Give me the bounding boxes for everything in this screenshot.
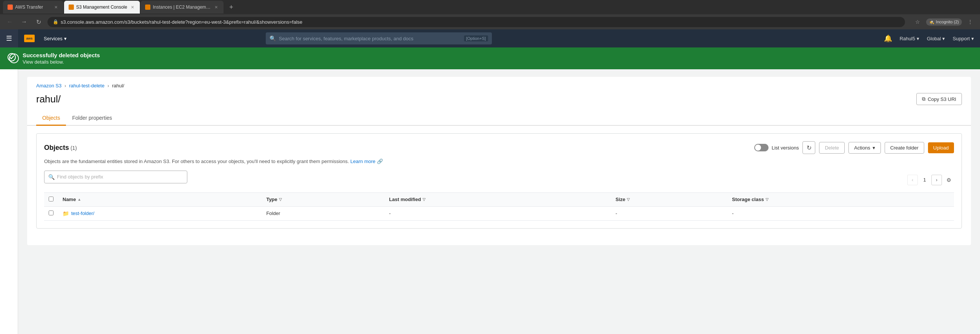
learn-more-link[interactable]: Learn more 🔗 xyxy=(350,158,383,164)
size-filter-icon: ▽ xyxy=(627,197,630,201)
create-folder-button[interactable]: Create folder xyxy=(885,142,924,154)
objects-count: (1) xyxy=(70,145,77,151)
star-button[interactable]: ☆ xyxy=(913,17,923,27)
breadcrumb-bucket[interactable]: rahul-test-delete xyxy=(69,83,104,89)
prev-page-button[interactable]: ‹ xyxy=(907,175,918,185)
breadcrumb-amazon-s3[interactable]: Amazon S3 xyxy=(36,83,61,89)
storage-class-filter-icon: ▽ xyxy=(765,197,768,201)
tab-folder-properties[interactable]: Folder properties xyxy=(66,111,118,126)
support-button[interactable]: Support ▾ xyxy=(953,36,974,41)
breadcrumb-section: Amazon S3 › rahul-test-delete › rahul/ xyxy=(27,77,971,89)
tab1-favicon xyxy=(8,5,13,10)
tab3-label: Instances | EC2 Management C... xyxy=(153,5,211,10)
sidebar xyxy=(0,69,18,334)
last-modified-filter[interactable]: Last modified ▽ xyxy=(389,196,426,202)
storage-class-filter[interactable]: Storage class ▽ xyxy=(732,196,768,202)
forward-button[interactable]: → xyxy=(19,17,29,27)
region-button[interactable]: Global ▾ xyxy=(927,36,945,41)
breadcrumb-current: rahul/ xyxy=(112,83,124,89)
row-type-cell: Folder xyxy=(262,206,385,220)
row-checkbox[interactable] xyxy=(49,211,54,215)
notification-bell-icon[interactable]: 🔔 xyxy=(884,34,892,43)
breadcrumb: Amazon S3 › rahul-test-delete › rahul/ xyxy=(36,83,962,89)
user-label: Rahul5 xyxy=(900,36,915,41)
user-menu-button[interactable]: Rahul5 ▾ xyxy=(900,36,919,41)
page-wrapper: Amazon S3 › rahul-test-delete › rahul/ r… xyxy=(0,69,980,334)
table-body: 📁 test-folder/ Folder - - - xyxy=(44,206,954,220)
hamburger-menu[interactable]: ☰ xyxy=(0,29,18,47)
copy-s3-uri-button[interactable]: ⧉ Copy S3 URI xyxy=(916,93,962,105)
last-modified-filter-icon: ▽ xyxy=(423,197,426,201)
tab1-label: AWS Transfer xyxy=(15,5,51,10)
table-header: Name ▲ Type ▽ xyxy=(44,192,954,206)
refresh-button[interactable]: ↻ xyxy=(802,141,815,154)
back-button[interactable]: ← xyxy=(5,17,15,27)
tab1-close[interactable]: ✕ xyxy=(53,4,59,10)
success-subtitle: View details below. xyxy=(22,59,64,65)
main-content: Amazon S3 › rahul-test-delete › rahul/ r… xyxy=(18,69,980,334)
row-last-modified-cell: - xyxy=(385,206,611,220)
url-bar[interactable]: 🔒 s3.console.aws.amazon.com/s3/buckets/r… xyxy=(48,17,905,27)
services-label: Services xyxy=(44,36,62,41)
objects-search[interactable]: 🔍 xyxy=(44,171,187,184)
new-tab-button[interactable]: + xyxy=(226,2,236,13)
folder-link[interactable]: 📁 test-folder/ xyxy=(62,211,257,217)
menu-button[interactable]: ⋮ xyxy=(965,17,975,27)
browser-tab-1[interactable]: AWS Transfer ✕ xyxy=(3,1,63,14)
tab2-close[interactable]: ✕ xyxy=(129,4,135,10)
content-inner: Amazon S3 › rahul-test-delete › rahul/ r… xyxy=(27,77,971,245)
name-sort-icon: ▲ xyxy=(77,197,81,201)
row-size-cell: - xyxy=(611,206,727,220)
upload-button[interactable]: Upload xyxy=(928,142,954,153)
browser-tabs-bar: AWS Transfer ✕ S3 Management Console ✕ I… xyxy=(0,0,980,14)
aws-search-icon: 🔍 xyxy=(269,35,276,41)
size-filter[interactable]: Size ▽ xyxy=(616,196,630,202)
folder-name: test-folder/ xyxy=(71,211,94,216)
objects-title: Objects xyxy=(44,144,69,151)
objects-table: Name ▲ Type ▽ xyxy=(44,192,954,221)
url-text: s3.console.aws.amazon.com/s3/buckets/rah… xyxy=(61,19,302,25)
browser-chrome: AWS Transfer ✕ S3 Management Console ✕ I… xyxy=(0,0,980,29)
services-arrow-icon: ▾ xyxy=(64,36,67,41)
search-input[interactable] xyxy=(57,174,183,180)
tab-objects[interactable]: Objects xyxy=(36,111,66,126)
pagination-row: ‹ 1 › ⚙ xyxy=(907,175,954,185)
user-arrow-icon: ▾ xyxy=(917,36,919,41)
breadcrumb-sep-2: › xyxy=(107,83,109,89)
type-filter[interactable]: Type ▽ xyxy=(266,196,282,202)
table-settings-button[interactable]: ⚙ xyxy=(943,175,954,185)
browser-tab-3[interactable]: Instances | EC2 Management C... ✕ xyxy=(141,1,224,14)
objects-header-right: List versions ↻ Delete Actions ▾ Create … xyxy=(754,141,954,154)
row-name-cell: 📁 test-folder/ xyxy=(58,206,262,220)
page-number: 1 xyxy=(919,175,930,185)
browser-tab-2[interactable]: S3 Management Console ✕ xyxy=(64,1,140,14)
page-header: rahul/ ⧉ Copy S3 URI xyxy=(27,89,971,105)
tab3-favicon xyxy=(145,5,150,10)
support-label: Support xyxy=(953,36,970,41)
actions-button[interactable]: Actions ▾ xyxy=(848,142,881,154)
tab2-favicon xyxy=(68,5,74,10)
search-pagination-row: 🔍 ‹ 1 › ⚙ xyxy=(44,171,954,189)
aws-search-bar[interactable]: 🔍 [Option+S] xyxy=(266,32,492,44)
support-arrow-icon: ▾ xyxy=(971,36,974,41)
aws-search-input[interactable] xyxy=(279,36,461,41)
region-label: Global xyxy=(927,36,941,41)
incognito-badge: 🕵 Incognito (2) xyxy=(926,19,962,25)
refresh-nav-button[interactable]: ↻ xyxy=(33,17,44,27)
name-sort[interactable]: Name ▲ xyxy=(62,196,81,202)
incognito-icon: 🕵 xyxy=(929,20,934,24)
tab3-close[interactable]: ✕ xyxy=(213,4,219,10)
search-icon: 🔍 xyxy=(48,174,55,180)
incognito-label: Incognito (2) xyxy=(936,20,959,24)
delete-button[interactable]: Delete xyxy=(819,142,845,154)
next-page-button[interactable]: › xyxy=(931,175,942,185)
success-icon xyxy=(8,53,16,63)
actions-arrow-icon: ▾ xyxy=(873,145,875,150)
hamburger-icon: ☰ xyxy=(6,34,12,43)
aws-topnav: aws Services ▾ 🔍 [Option+S] 🔔 Rahul5 ▾ G… xyxy=(18,29,980,47)
row-storage-class-cell: - xyxy=(727,206,954,220)
services-button[interactable]: Services ▾ xyxy=(44,36,67,41)
success-title: Successfully deleted objects xyxy=(22,52,100,59)
select-all-checkbox[interactable] xyxy=(49,196,54,201)
list-versions-switch[interactable] xyxy=(754,144,768,151)
